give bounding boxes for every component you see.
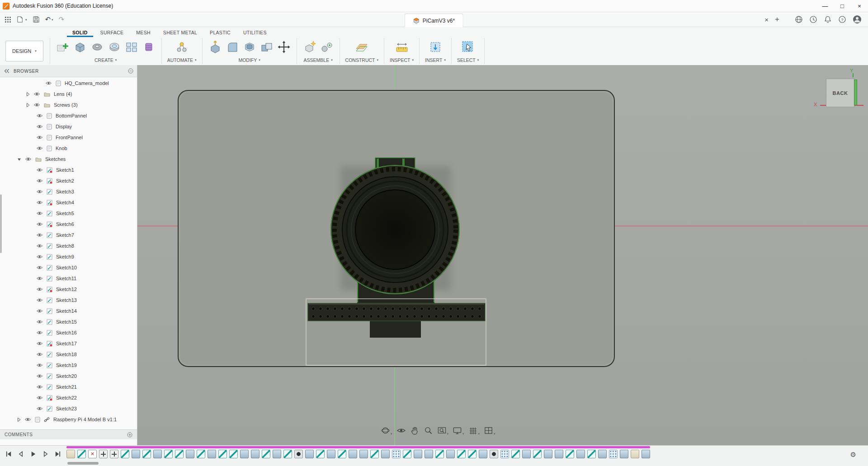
close-button[interactable]: × (851, 0, 868, 12)
collapse-arrow-icon[interactable] (17, 157, 21, 161)
browser-item-hq-camera-model[interactable]: HQ_Camera_model (0, 78, 137, 89)
visibility-eye-icon[interactable] (36, 124, 43, 129)
browser-scrollbar[interactable] (0, 194, 2, 253)
ribbon-group-label-create[interactable]: CREATE▾ (94, 57, 117, 63)
timeline-settings-gear-icon[interactable]: ⚙ (850, 451, 856, 458)
timeline-feature-sketch[interactable] (218, 450, 227, 458)
timeline-feature-pattern[interactable] (609, 450, 618, 458)
comments-bar[interactable]: COMMENTS (0, 429, 137, 439)
ribbon-tab-surface[interactable]: SURFACE (95, 28, 129, 37)
browser-item-bottompannel[interactable]: BottomPannel (0, 110, 137, 121)
timeline-feature-extrude[interactable] (414, 450, 422, 458)
measure-icon[interactable] (395, 40, 409, 54)
viewport-canvas[interactable]: BACK X Y ▾ ▾ ▾ ▾ (137, 65, 868, 446)
collapse-panel-icon[interactable] (4, 67, 10, 75)
step-back-button[interactable] (18, 451, 24, 457)
visibility-eye-icon[interactable] (36, 406, 43, 411)
browser-item-sketch21[interactable]: Sketch21 (0, 381, 137, 392)
ribbon-group-label-construct[interactable]: CONSTRUCT▾ (345, 57, 378, 63)
workspace-selector-design[interactable]: DESIGN ▾ (5, 41, 43, 61)
step-forward-button[interactable] (42, 451, 49, 457)
ribbon-group-label-assemble[interactable]: ASSEMBLE▾ (304, 57, 333, 63)
ribbon-group-label-inspect[interactable]: INSPECT▾ (390, 57, 414, 63)
timeline-feature-extrude[interactable] (598, 450, 607, 458)
expand-arrow-icon[interactable] (26, 103, 30, 107)
ribbon-group-label-automate[interactable]: AUTOMATE▾ (167, 57, 197, 63)
timeline-feature-component[interactable] (631, 450, 639, 458)
timeline-feature-extrude[interactable] (381, 450, 390, 458)
browser-item-frontpannel[interactable]: FrontPannel (0, 132, 137, 143)
browser-item-sketch7[interactable]: Sketch7 (0, 230, 137, 240)
expand-arrow-icon[interactable] (26, 92, 30, 96)
timeline-feature-extrude[interactable] (642, 450, 650, 458)
timeline-feature-extrude[interactable] (522, 450, 531, 458)
display-settings-icon[interactable]: ▾ (453, 426, 464, 435)
timeline-feature-extrude[interactable] (544, 450, 552, 458)
timeline-scrollbar[interactable] (67, 462, 99, 465)
new-component-icon[interactable] (302, 40, 317, 54)
timeline-feature-sketch[interactable] (370, 450, 379, 458)
viewcube-face-back[interactable]: BACK (826, 79, 854, 107)
visibility-eye-icon[interactable] (36, 363, 43, 367)
visibility-eye-icon[interactable] (36, 113, 43, 118)
visibility-eye-icon[interactable] (36, 179, 43, 183)
timeline-feature-pattern[interactable] (392, 450, 401, 458)
browser-item-sketch5[interactable]: Sketch5 (0, 208, 137, 219)
browser-item-sketch20[interactable]: Sketch20 (0, 371, 137, 381)
browser-item-screws-3[interactable]: Screws (3) (0, 99, 137, 110)
maximize-button[interactable]: □ (834, 0, 851, 12)
timeline-feature-move[interactable] (110, 450, 118, 458)
close-document-icon[interactable]: × (764, 16, 769, 24)
visibility-eye-icon[interactable] (36, 330, 43, 335)
visibility-eye-icon[interactable] (36, 320, 43, 324)
timeline-feature-extrude[interactable] (555, 450, 563, 458)
press-pull-icon[interactable] (208, 40, 222, 54)
play-button[interactable] (30, 451, 37, 457)
visibility-eye-icon[interactable] (36, 395, 43, 400)
browser-item-raspberry-pi-4-model-b-v1-1[interactable]: Raspberry Pi 4 Model B v1:1 (0, 414, 137, 425)
visibility-eye-icon[interactable] (36, 211, 43, 216)
zoom-icon[interactable] (424, 426, 433, 435)
ribbon-tab-plastic[interactable]: PLASTIC (204, 28, 236, 37)
app-grid-icon[interactable] (5, 16, 11, 23)
mounting-strip[interactable] (308, 303, 485, 321)
create-sketch-icon[interactable] (56, 40, 70, 54)
box-icon[interactable] (73, 40, 87, 54)
browser-item-sketch18[interactable]: Sketch18 (0, 349, 137, 360)
timeline-feature-sketch[interactable] (197, 450, 205, 458)
visibility-eye-icon[interactable] (36, 341, 43, 346)
file-menu-icon[interactable]: ▾ (17, 16, 27, 23)
browser-item-sketch3[interactable]: Sketch3 (0, 186, 137, 197)
timeline-feature-extrude[interactable] (479, 450, 487, 458)
select-icon[interactable] (461, 40, 475, 54)
browser-item-sketch17[interactable]: Sketch17 (0, 338, 137, 349)
timeline-feature-sketch[interactable] (164, 450, 173, 458)
timeline-feature-sketch[interactable] (457, 450, 466, 458)
shell-icon[interactable] (242, 40, 257, 54)
browser-display-options-icon[interactable] (128, 68, 133, 74)
visibility-eye-icon[interactable] (36, 200, 43, 205)
browser-item-lens-4[interactable]: Lens (4) (0, 89, 137, 99)
new-document-icon[interactable]: + (775, 15, 779, 24)
browser-item-display[interactable]: Display (0, 121, 137, 132)
notifications-bell-icon[interactable] (824, 15, 832, 24)
timeline-feature-sketch[interactable] (587, 450, 596, 458)
timeline-feature-sketch[interactable] (403, 450, 411, 458)
timeline-feature-extrude[interactable] (186, 450, 194, 458)
visibility-eye-icon[interactable] (25, 157, 32, 161)
visibility-eye-icon[interactable] (36, 352, 43, 357)
timeline-feature-sketch[interactable] (283, 450, 292, 458)
go-to-end-button[interactable] (54, 451, 61, 457)
orbit-icon[interactable]: ▾ (381, 426, 392, 435)
coil-icon[interactable] (142, 40, 156, 54)
timeline-feature-extrude[interactable] (446, 450, 455, 458)
visibility-eye-icon[interactable] (36, 276, 43, 281)
extensions-web-icon[interactable] (795, 15, 803, 24)
fit-icon[interactable]: ▾ (437, 426, 449, 435)
visibility-eye-icon[interactable] (33, 103, 40, 107)
visibility-eye-icon[interactable] (36, 135, 43, 140)
active-document-tab[interactable]: PiCamV3 v6* (405, 14, 463, 27)
ribbon-tab-solid[interactable]: SOLID (67, 28, 93, 37)
lens-assembly[interactable] (331, 165, 459, 294)
timeline-feature-sketch[interactable] (121, 450, 129, 458)
